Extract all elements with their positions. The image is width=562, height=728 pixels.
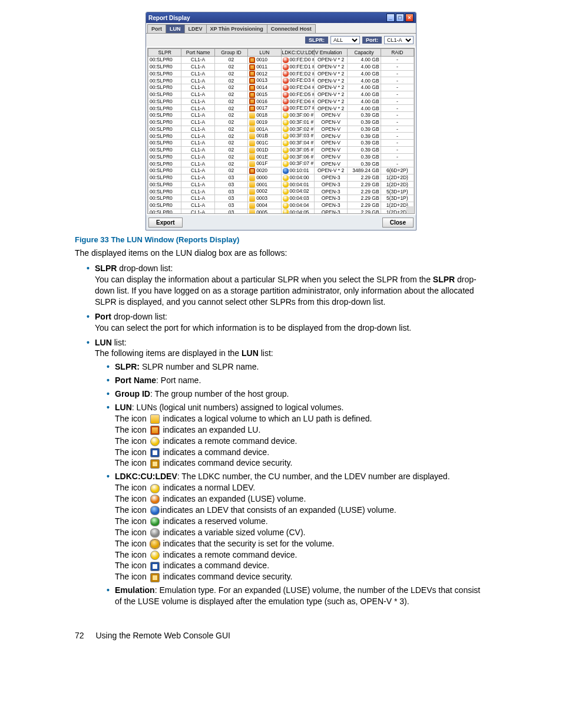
lun-type-icon: [249, 196, 255, 202]
tab-ldev[interactable]: LDEV: [184, 24, 207, 33]
lun-type-icon: [249, 92, 255, 98]
col-group-id[interactable]: Group ID: [214, 49, 247, 57]
table-row[interactable]: 00:SLPR0CL1-A02001800:3F:00 #OPEN-V0.39 …: [148, 112, 414, 119]
lu-path-icon: [150, 414, 160, 424]
ldev-type-icon: [283, 85, 289, 91]
lun-type-icon: [249, 182, 255, 187]
col-port-name[interactable]: Port Name: [181, 49, 214, 57]
cmd-security-icon: [150, 459, 160, 469]
lun-type-icon: [249, 98, 255, 104]
col-lun[interactable]: LUN: [248, 49, 281, 57]
ldev-type-icon: [283, 140, 289, 146]
tab-lun[interactable]: LUN: [166, 24, 185, 33]
ldev-type-icon: [283, 78, 289, 84]
ldev-type-icon: [283, 57, 289, 63]
ldev-type-icon: [283, 196, 289, 202]
ldev-type-icon: [283, 182, 289, 187]
table-row[interactable]: 00:SLPR0CL1-A02001E00:3F:06 #OPEN-V0.39 …: [148, 153, 414, 160]
table-row[interactable]: 00:SLPR0CL1-A02001700:FE:D7 #OPEN-V * 24…: [148, 105, 414, 112]
lun-table-wrap[interactable]: SLPRPort NameGroup IDLUNLDKC:CU:LDEVEmul…: [147, 48, 415, 214]
ldev-type-icon: [283, 154, 289, 160]
cv-icon: [150, 528, 160, 538]
ldev-type-icon: [283, 161, 289, 167]
table-row[interactable]: 00:SLPR0CL1-A02001500:FE:D5 #OPEN-V * 24…: [148, 91, 414, 98]
chapter-title: Using the Remote Web Console GUI: [95, 631, 230, 640]
item-lun: LUN list: The following items are displa…: [87, 337, 487, 607]
lun-type-icon: [249, 168, 255, 174]
window-title: Report Display: [148, 15, 190, 21]
table-row[interactable]: 00:SLPR0CL1-A03000000:04:00OPEN-32.29 GB…: [148, 174, 414, 181]
ldev-type-icon: [283, 209, 289, 214]
ldev-type-icon: [283, 147, 289, 153]
table-row[interactable]: 00:SLPR0CL1-A03000300:04:03OPEN-32.29 GB…: [148, 195, 414, 202]
ldev-type-icon: [283, 133, 289, 139]
table-row[interactable]: 00:SLPR0CL1-A02001200:FE:D2 #OPEN-V * 24…: [148, 70, 414, 77]
lun-table: SLPRPort NameGroup IDLUNLDKC:CU:LDEVEmul…: [148, 48, 414, 214]
slpr-filter-select[interactable]: ALL: [330, 36, 360, 44]
titlebar[interactable]: Report Display _ □ ×: [146, 12, 416, 23]
ldev-type-icon: [283, 120, 289, 126]
table-row[interactable]: 00:SLPR0CL1-A02001F00:3F:07 #OPEN-V0.39 …: [148, 160, 414, 167]
tab-connected-host[interactable]: Connected Host: [267, 24, 316, 33]
ldev-type-icon: [283, 189, 289, 195]
close-icon[interactable]: ×: [405, 14, 414, 22]
table-row[interactable]: 00:SLPR0CL1-A02001100:FE:D1 #OPEN-V * 24…: [148, 63, 414, 70]
col-slpr[interactable]: SLPR: [148, 49, 181, 57]
ldev-type-icon: [283, 98, 289, 104]
lun-type-icon: [249, 161, 255, 167]
maximize-icon[interactable]: □: [396, 14, 404, 22]
table-row[interactable]: 00:SLPR0CL1-A02001300:FE:D3 #OPEN-V * 24…: [148, 77, 414, 84]
table-row[interactable]: 00:SLPR0CL1-A02001400:FE:D4 #OPEN-V * 24…: [148, 84, 414, 91]
cmd-device-icon-2: [150, 562, 160, 571]
close-button[interactable]: Close: [382, 218, 414, 228]
table-row[interactable]: 00:SLPR0CL1-A02001B00:3F:03 #OPEN-V0.39 …: [148, 133, 414, 140]
security-icon: [150, 539, 160, 549]
col-capacity[interactable]: Capacity: [348, 49, 381, 57]
table-row[interactable]: 00:SLPR0CL1-A02001A00:3F:02 #OPEN-V0.39 …: [148, 126, 414, 133]
ldev-type-icon: [283, 106, 289, 111]
table-row[interactable]: 00:SLPR0CL1-A03000400:04:04OPEN-32.29 GB…: [148, 202, 414, 209]
lun-type-icon: [249, 189, 255, 195]
table-row[interactable]: 00:SLPR0CL1-A02001D00:3F:05 #OPEN-V0.39 …: [148, 146, 414, 153]
table-row[interactable]: 00:SLPR0CL1-A02001C00:3F:04 #OPEN-V0.39 …: [148, 140, 414, 147]
table-row[interactable]: 00:SLPR0CL1-A02001000:FE:D0 #OPEN-V * 24…: [148, 57, 414, 64]
lun-type-icon: [249, 147, 255, 153]
ldev-type-icon: [283, 175, 289, 181]
scroll-corner: [407, 206, 414, 213]
lun-type-icon: [249, 140, 255, 146]
col-ldkc-cu-ldev[interactable]: LDKC:CU:LDEV: [281, 49, 314, 57]
minimize-icon[interactable]: _: [386, 14, 395, 22]
luse-part-icon: [150, 506, 160, 515]
table-row[interactable]: 00:SLPR0CL1-A02002000:10:01OPEN-V * 2348…: [148, 167, 414, 174]
col-raid[interactable]: RAID: [381, 49, 414, 57]
port-filter-select[interactable]: CL1-A: [384, 36, 414, 44]
port-bold: Port: [95, 312, 111, 321]
cmd-device-icon: [150, 448, 160, 457]
lun-type-icon: [249, 57, 255, 63]
table-row[interactable]: 00:SLPR0CL1-A03000200:04:02OPEN-32.29 GB…: [148, 188, 414, 195]
lun-type-icon: [249, 78, 255, 84]
remote-cmd-icon-2: [150, 551, 160, 560]
tab-port[interactable]: Port: [147, 24, 166, 33]
lun-type-icon: [249, 126, 255, 132]
table-row[interactable]: 00:SLPR0CL1-A02001600:FE:D6 #OPEN-V * 24…: [148, 98, 414, 105]
filter-bar: SLPR: ALL Port: CL1-A: [146, 34, 416, 47]
col-emulation[interactable]: Emulation: [314, 49, 347, 57]
table-row[interactable]: 00:SLPR0CL1-A03000500:04:05OPEN-32.29 GB…: [148, 209, 414, 214]
normal-ldev-icon: [150, 484, 160, 493]
remote-cmd-icon: [150, 437, 160, 446]
table-row[interactable]: 00:SLPR0CL1-A02001900:3F:01 #OPEN-V0.39 …: [148, 118, 414, 126]
port-filter-label: Port:: [362, 37, 382, 44]
lun-type-icon: [249, 175, 255, 181]
export-button[interactable]: Export: [148, 218, 183, 228]
lun-type-icon: [249, 120, 255, 126]
slpr-filter-label: SLPR:: [305, 37, 328, 44]
item-port: Port drop-down list: You can select the …: [87, 311, 487, 334]
table-row[interactable]: 00:SLPR0CL1-A03000100:04:01OPEN-32.29 GB…: [148, 181, 414, 188]
ldev-type-icon: [283, 168, 289, 174]
tab-xp-thin-provisioning[interactable]: XP Thin Provisioning: [206, 24, 267, 33]
lun-type-icon: [249, 64, 255, 70]
report-display-dialog: Report Display _ □ × PortLUNLDEVXP Thin …: [146, 12, 416, 230]
expanded-lu-icon: [150, 426, 160, 435]
reserved-icon: [150, 517, 160, 526]
